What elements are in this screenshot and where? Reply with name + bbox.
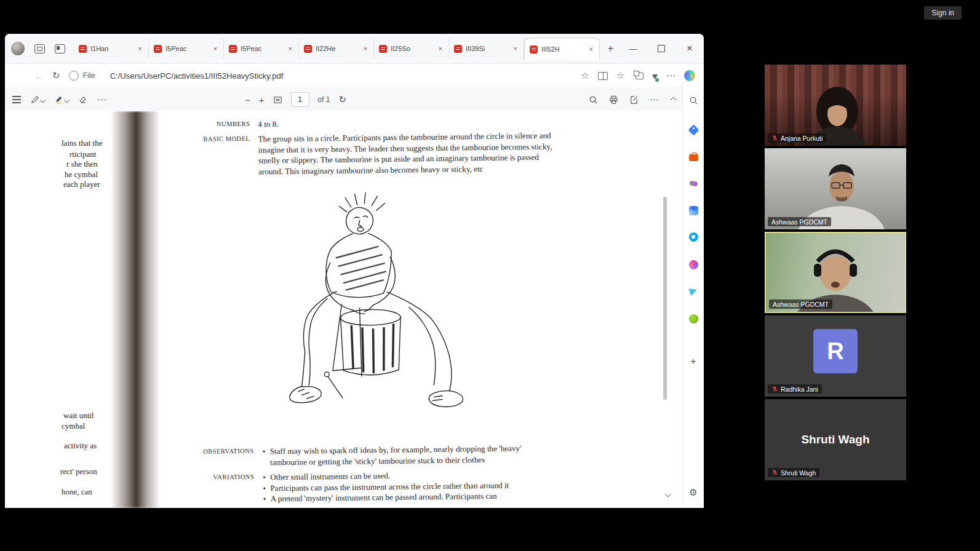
camera-glyph [689, 232, 698, 242]
browser-tab[interactable]: I1Han × [74, 38, 149, 59]
mic-muted-icon [771, 386, 778, 392]
participant-name-chip: Shruti Wagh [768, 468, 819, 477]
zoom-out-button[interactable]: − [245, 95, 250, 105]
toolbar-more-icon[interactable]: ⋯ [650, 94, 659, 105]
sidebar-search-icon[interactable] [687, 94, 699, 106]
erase-tool[interactable] [79, 95, 87, 104]
zoom-in-button[interactable]: + [259, 95, 265, 105]
sidebar-toolbox-icon[interactable] [687, 151, 699, 163]
pdf-file-icon [229, 45, 237, 53]
left-column-fragment: lains that the [62, 138, 102, 148]
chevron-down-glyph [665, 491, 671, 497]
pdf-tools-left: ⋯ [12, 94, 106, 105]
pdf-file-icon [379, 45, 387, 53]
participant-tile-active-speaker[interactable]: Ashwaas PGDCMT [765, 232, 906, 313]
more-tools-icon[interactable]: ⋯ [97, 94, 106, 105]
collapse-toolbar-icon[interactable] [670, 98, 675, 102]
browser-tab[interactable]: I5Peac × [149, 38, 224, 59]
tab-close-icon[interactable]: × [362, 45, 368, 52]
numbers-section: NUMBERS 4 to 8. [183, 116, 552, 131]
left-column-fragment: wait until [63, 411, 94, 421]
tab-actions-icon[interactable] [55, 44, 65, 54]
tab-close-icon[interactable]: × [588, 46, 594, 53]
book-gutter-shadow [111, 111, 160, 508]
browser-essentials-icon[interactable]: ♥ [652, 71, 658, 81]
add-favorite-icon[interactable]: ☆ [581, 70, 589, 81]
search-document-icon[interactable] [589, 95, 598, 105]
browser-tab[interactable]: III39Si × [449, 38, 524, 59]
sidebar-designer-icon[interactable] [687, 204, 699, 216]
sidebar-people-icon[interactable] [687, 177, 699, 189]
browser-window: I1Han × I5Peac × I5Peac × II22He × [5, 34, 704, 508]
rotate-icon[interactable]: ↻ [339, 94, 347, 105]
eraser-icon [79, 95, 87, 104]
table-of-contents-icon[interactable] [12, 96, 21, 103]
sidebar-settings-icon[interactable]: ⚙ [687, 486, 699, 499]
section-bullets: Staff may wish to spark off ideas by, fo… [262, 443, 556, 468]
participant-name-chip: Ashwaas PGDCMT [768, 217, 831, 226]
site-info[interactable]: File [69, 71, 95, 81]
draw-tool[interactable] [31, 95, 45, 104]
pdf-file-icon [304, 45, 312, 53]
tab-close-icon[interactable]: × [437, 45, 444, 52]
section-label: BASIC MODEL [183, 134, 250, 178]
mic-muted-icon [771, 469, 778, 476]
left-column-fragment: cymbal [62, 421, 85, 431]
edit-note-glyph [629, 95, 639, 105]
browser-tab[interactable]: II22He × [299, 38, 374, 59]
image-creator-glyph [689, 260, 698, 269]
browser-tab[interactable]: II25So × [374, 38, 449, 59]
tab-close-icon[interactable]: × [212, 45, 218, 52]
pdf-zoom-page-controls: − + of 1 ↻ [245, 92, 346, 107]
tab-close-icon[interactable]: × [512, 45, 519, 52]
tab-close-icon[interactable]: × [287, 45, 293, 52]
site-info-label: File [83, 71, 95, 80]
browser-tab-active[interactable]: III52H × [524, 38, 600, 60]
split-screen-icon[interactable] [598, 72, 608, 80]
refresh-icon[interactable]: ↻ [52, 70, 60, 81]
tab-title: III52H [541, 46, 584, 53]
sidebar-camera-icon[interactable] [687, 231, 699, 243]
basic-model-section: BASIC MODEL The group sits in a circle. … [183, 130, 552, 178]
workspaces-icon[interactable] [34, 44, 45, 54]
sidebar-shopping-tag-icon[interactable] [687, 124, 699, 136]
sidebar-drop-icon[interactable] [687, 285, 699, 297]
participant-tile[interactable]: Shruti Wagh Shruti Wagh [765, 399, 906, 480]
profile-avatar[interactable] [11, 42, 25, 55]
sidebar-add-icon[interactable]: + [687, 355, 699, 368]
browser-tab[interactable]: I5Peac × [224, 38, 299, 59]
scroll-down-icon[interactable] [664, 488, 670, 499]
favorites-icon[interactable]: ☆ [616, 70, 624, 81]
copilot-icon[interactable] [684, 70, 695, 81]
save-annotate-icon[interactable] [629, 95, 639, 105]
minimize-button[interactable]: — [619, 34, 647, 63]
sidebar-image-creator-icon[interactable] [687, 258, 699, 271]
new-tab-button[interactable]: + [602, 40, 619, 57]
collections-icon[interactable] [633, 73, 643, 79]
chevron-down-icon [40, 97, 46, 103]
highlight-tool[interactable] [55, 95, 69, 104]
tab-close-icon[interactable]: × [137, 45, 143, 52]
section-text: 4 to 8. [258, 116, 552, 130]
pdf-tools-right: ⋯ [589, 94, 675, 105]
close-window-button[interactable]: × [675, 34, 704, 63]
games-glyph [689, 314, 698, 323]
settings-more-icon[interactable]: ⋯ [666, 70, 675, 81]
fit-to-page-icon[interactable] [273, 95, 282, 105]
address-url[interactable]: C:/Users/UserPC/activities1/III52HeavySt… [110, 71, 284, 81]
document-main-column: NUMBERS 4 to 8. BASIC MODEL The group si… [183, 111, 565, 508]
back-icon[interactable]: ← [34, 71, 44, 81]
participant-name: Shruti Wagh [781, 469, 816, 477]
page-number-input[interactable] [291, 92, 309, 107]
participant-tile[interactable]: Ashwaas PGDCMT [765, 148, 906, 229]
sign-in-button[interactable]: Sign in [924, 6, 962, 20]
left-column-fragment: each player [63, 180, 100, 189]
left-column-fragment: he cymbal [65, 170, 98, 180]
participant-tile[interactable]: R Radhika Jani [765, 315, 906, 397]
magnifier-glyph [589, 95, 598, 105]
vertical-scrollbar[interactable] [663, 197, 667, 400]
maximize-button[interactable] [647, 34, 675, 63]
participant-tile[interactable]: Anjana Purkuti [765, 65, 906, 146]
sidebar-games-icon[interactable] [687, 312, 699, 325]
print-icon[interactable] [609, 95, 618, 105]
